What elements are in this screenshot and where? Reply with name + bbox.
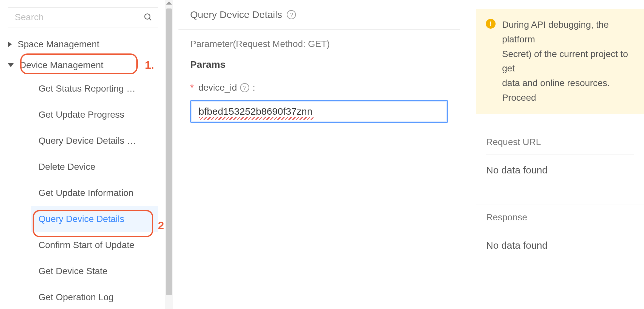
help-icon[interactable]: ? <box>240 83 249 92</box>
nav-tree: Space Management Device Management Get S… <box>8 34 158 309</box>
section-body: No data found <box>486 165 634 176</box>
svg-point-0 <box>145 14 150 19</box>
section-title: Response <box>486 212 634 230</box>
params-panel: Query Device Details ? Parameter(Request… <box>173 0 460 309</box>
params-title: Params <box>190 59 448 70</box>
response-section: Response No data found <box>476 204 644 264</box>
tree-node-device-management[interactable]: Device Management <box>8 55 158 76</box>
field-name: device_id <box>198 82 237 93</box>
search-wrap <box>8 7 158 27</box>
sidebar-scrollbar[interactable] <box>165 0 173 309</box>
sidebar: Space Management Device Management Get S… <box>0 0 165 309</box>
tree-item-get-device-state[interactable]: Get Device State <box>31 258 158 284</box>
search-icon <box>144 13 153 22</box>
warning-icon: ! <box>486 19 496 29</box>
warning-line: data and online resources. Proceed <box>502 76 636 105</box>
tree-item-label: Confirm Start of Update <box>38 240 134 250</box>
tree-item-get-update-information[interactable]: Get Update Information <box>31 180 158 206</box>
tree-item-query-device-details-ellipsis[interactable]: Query Device Details … <box>31 128 158 154</box>
field-colon: : <box>253 82 255 93</box>
tree-item-label: Get Update Progress <box>38 110 124 120</box>
request-url-section: Request URL No data found <box>476 129 644 189</box>
tree-item-label: Get Operation Log <box>38 292 114 302</box>
main: Query Device Details ? Parameter(Request… <box>173 0 644 309</box>
tree-item-get-status-reporting[interactable]: Get Status Reporting … <box>31 76 158 102</box>
warning-banner: ! During API debugging, the platform Sec… <box>476 9 644 114</box>
tree-item-query-device-details[interactable]: Query Device Details <box>31 206 158 232</box>
search-input[interactable] <box>8 7 138 27</box>
required-star: * <box>190 82 194 93</box>
warning-line: Secret) of the current project to get <box>502 47 636 76</box>
search-button[interactable] <box>138 7 158 27</box>
app-root: Space Management Device Management Get S… <box>0 0 644 309</box>
help-icon[interactable]: ? <box>287 10 296 19</box>
tree-label: Device Management <box>20 60 158 70</box>
page-title: Query Device Details <box>190 9 282 20</box>
scroll-up-icon <box>166 1 172 5</box>
tree-item-confirm-start-of-update[interactable]: Confirm Start of Update <box>31 232 158 258</box>
tree-item-label: Query Device Details <box>38 214 124 224</box>
tree-item-label: Query Device Details … <box>38 136 136 146</box>
tree-item-get-update-progress[interactable]: Get Update Progress <box>31 102 158 128</box>
tree-node-space-management[interactable]: Space Management <box>8 34 158 55</box>
right-panel: ! During API debugging, the platform Sec… <box>460 0 644 309</box>
field-label-device-id: * device_id ? : <box>190 82 448 93</box>
tree-item-label: Get Update Information <box>38 188 133 198</box>
tree-item-label: Delete Device <box>38 162 95 172</box>
section-title: Request URL <box>486 137 634 155</box>
parameter-heading: Parameter(Request Method: GET) <box>190 39 448 49</box>
tree-label: Space Management <box>18 39 158 50</box>
tree-item-get-operation-log[interactable]: Get Operation Log <box>31 284 158 309</box>
tree-item-label: Get Status Reporting … <box>38 83 135 94</box>
tree-children-device-management: Get Status Reporting … Get Update Progre… <box>8 76 158 309</box>
svg-line-1 <box>149 19 151 21</box>
tree-item-label: Get Device State <box>38 266 108 276</box>
warning-text: During API debugging, the platform Secre… <box>502 18 636 105</box>
chevron-right-icon <box>8 41 12 47</box>
spellcheck-underline <box>199 117 314 120</box>
warning-line: During API debugging, the platform <box>502 18 636 47</box>
chevron-down-icon <box>8 63 14 67</box>
tree-item-delete-device[interactable]: Delete Device <box>31 154 158 180</box>
scroll-thumb[interactable] <box>166 8 172 295</box>
panel-body: Parameter(Request Method: GET) Params * … <box>178 30 460 129</box>
panel-header: Query Device Details ? <box>178 0 460 30</box>
section-body: No data found <box>486 240 634 251</box>
